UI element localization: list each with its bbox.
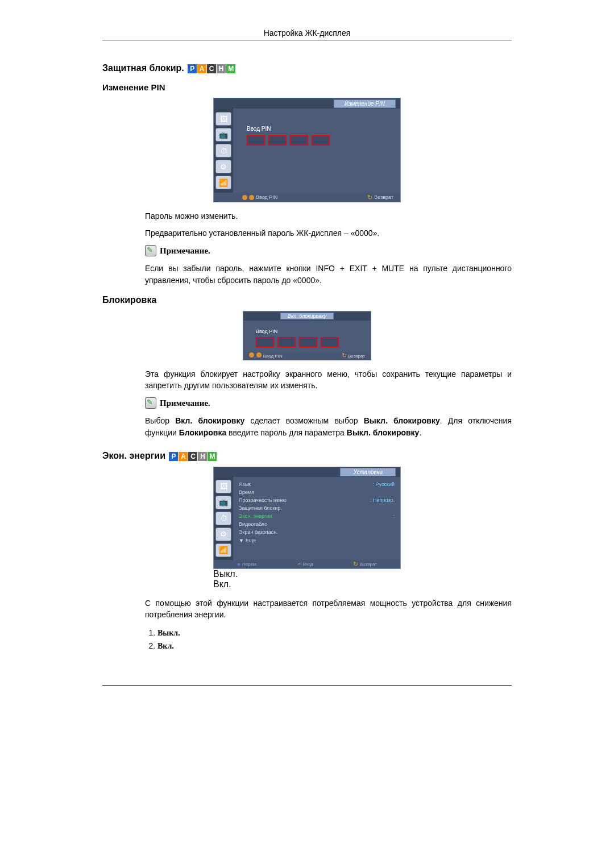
osd2-footer-right: Возврат [348,354,365,359]
osd-change-pin: Изменение PIN 🖼 📺 ⏱ ⚙ 📶 Ввод PIN [213,98,401,202]
note-icon [145,245,156,256]
sec1-p2: Предварительно установленный пароль ЖК-д… [145,227,512,239]
return-icon-3: ↻ [353,560,358,568]
pin-box-3[interactable] [290,135,308,146]
sec1-body: Пароль можно изменить. Предварительно ус… [145,210,512,286]
osd-lock-on: Вкл. блокировку Ввод PIN .. Ввод PIN ↻ В… [243,311,371,360]
badge-a-2: A [179,452,188,461]
pin-boxes [247,135,387,146]
setup-icon-2: ⚙ [215,528,231,541]
osd2-pin-3[interactable] [299,337,317,347]
badge-m-2: M [208,452,217,461]
osd-change-pin-wrap: Изменение PIN 🖼 📺 ⏱ ⚙ 📶 Ввод PIN [102,98,512,202]
badge-h-2: H [198,452,207,461]
input-icon-2: 📺 [215,496,231,509]
multi-icon-2: 📶 [215,543,231,557]
osd2-titlebar: Вкл. блокировку [243,312,371,321]
row-transparency[interactable]: Прозрачность меню: Непрозр. [239,496,395,504]
osd3-footer: ◆Перем. ⏎Вход ↻Возврат [214,560,400,568]
section-lock-title: Защитная блокир. P A C H M [102,63,512,73]
footer-enter-pin: Ввод PIN [256,194,277,200]
section-energy-text: Экон. энергии [102,451,168,460]
sec2-body: Эта функция блокирует настройку экранног… [145,368,512,438]
mode-badges-2: P A C H M [169,452,217,461]
osd2-pin-label: Ввод PIN [256,329,358,334]
row-energy[interactable]: Экон. энергии: [239,512,395,520]
nav-icon: ◆ [237,562,240,567]
timer-icon: ⏱ [215,144,231,157]
osd-content: Ввод PIN [233,109,400,193]
osd-sidebar: 🖼 📺 ⏱ ⚙ 📶 [214,109,233,193]
osd2-footer: .. Ввод PIN ↻ Возврат [243,352,371,360]
note-block-2: Примечание. [145,397,512,410]
energy-li-on: Вкл. [157,641,512,651]
osd-setup: Установка 🖼 📺 ⏱ ⚙ 📶 Язык: Русский Время … [213,467,401,569]
note-label-1: Примечание. [160,245,210,258]
osd-setup-wrap: Установка 🖼 📺 ⏱ ⚙ 📶 Язык: Русский Время … [102,467,512,589]
sec1-p3: Если вы забыли пароль, нажмите кнопки IN… [145,263,512,286]
row-safe[interactable]: Экран безопасн. [239,528,395,536]
input-icon: 📺 [215,128,231,142]
energy-opt-off[interactable]: Выкл. [213,569,401,579]
sec3-body: С помощью этой функции настраивается пот… [145,597,512,621]
osd2-footer-left: Ввод PIN [263,354,283,359]
picture-icon-2: 🖼 [215,480,231,493]
badge-m: M [226,64,235,73]
row-language[interactable]: Язык: Русский [239,480,395,488]
pin-box-1[interactable] [247,135,265,146]
section-energy: Экон. энергии P A C H M [102,451,512,461]
badge-c: C [207,64,216,73]
badge-h: H [217,64,226,73]
osd-title: Изменение PIN [334,99,396,108]
badge-c-2: C [188,452,197,461]
pin-label: Ввод PIN [247,126,387,132]
osd2-pin-1[interactable] [256,337,274,347]
osd2-pin-2[interactable] [277,337,296,347]
num-icon-3 [249,352,254,358]
osd3-sidebar: 🖼 📺 ⏱ ⚙ 📶 [214,477,233,560]
row-lock[interactable]: Защитная блокир. [239,504,395,512]
pin-box-2[interactable] [268,135,287,146]
osd-titlebar: Изменение PIN [214,98,400,109]
osd3-content: Язык: Русский Время Прозрачность меню: Н… [233,477,400,560]
osd2-content: Ввод PIN [243,321,371,352]
footer-return: Возврат [374,194,393,200]
badge-p-2: P [169,452,178,461]
badge-a: A [197,64,206,73]
energy-li-off: Выкл. [157,628,512,638]
return-icon-2: ↻ [342,352,347,359]
osd2-pin-4[interactable] [321,337,339,347]
return-icon: ↻ [367,194,372,201]
badge-p: P [188,64,197,73]
subsection-change-pin: Изменение PIN [102,82,512,92]
picture-icon: 🖼 [215,112,231,126]
energy-opt-on[interactable]: Вкл. [213,579,401,589]
osd3-title: Установка [340,468,396,476]
num-icon-4 [256,352,262,358]
osd2-title: Вкл. блокировку [280,313,334,319]
osd2-pin-boxes [256,337,358,347]
note-block-1: Примечание. [145,245,512,258]
setup-icon: ⚙ [215,160,231,173]
chevron-down-icon: ▼ [239,538,244,543]
energy-options-list: Выкл. Вкл. [145,628,512,651]
row-more[interactable]: ▼Еще [239,536,395,543]
sec2-p2: Выбор Вкл. блокировку сделает возможным … [145,415,512,438]
osd-footer: Ввод PIN ↻Возврат [214,193,400,202]
timer-icon-2: ⏱ [215,512,231,525]
sec3-p1: С помощью этой функции настраивается пот… [145,597,512,621]
multi-icon: 📶 [215,176,231,189]
page: Настройка ЖК-дисплея Защитная блокир. P … [51,0,563,720]
sec1-p1: Пароль можно изменить. [145,210,512,222]
row-time[interactable]: Время [239,488,395,496]
mode-badges: P A C H M [188,64,236,73]
pin-box-4[interactable] [312,135,330,146]
page-footer-line [102,685,512,686]
subsection-lock: Блокировка [102,295,512,305]
osd3-titlebar: Установка [214,467,400,477]
note-label-2: Примечание. [160,397,210,410]
energy-popup: Выкл. Вкл. [213,569,401,589]
section-lock-text: Защитная блокир. [102,63,184,73]
row-video[interactable]: Видеотабло [239,520,395,528]
osd-lock-wrap: Вкл. блокировку Ввод PIN .. Ввод PIN ↻ В… [102,311,512,360]
